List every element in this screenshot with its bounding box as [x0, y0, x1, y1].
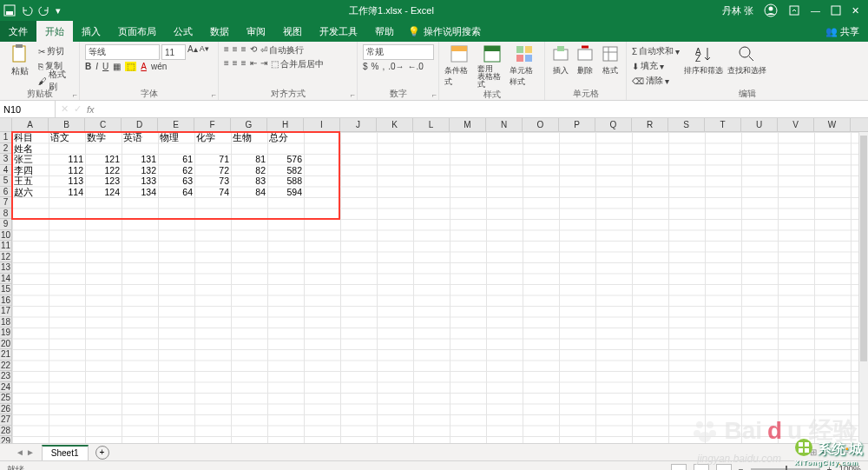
cell[interactable]: 83 [231, 175, 267, 187]
merge-button[interactable]: ⬚ 合并后居中 [271, 58, 325, 70]
sheet-tab[interactable]: Sheet1 [42, 445, 89, 460]
bold-button[interactable]: B [85, 62, 91, 71]
sheet-prev-icon[interactable]: ◄ [16, 447, 24, 457]
align-bottom-icon[interactable]: ≡ [241, 44, 247, 56]
cond-format-button[interactable]: 条件格式 [444, 44, 474, 88]
col-header[interactable]: S [668, 118, 705, 131]
clear-button[interactable]: ⌫清除 ▾ [632, 74, 680, 88]
tab-layout[interactable]: 页面布局 [109, 21, 165, 42]
vertical-scrollbar[interactable] [858, 132, 868, 443]
cell[interactable]: 语文 [49, 132, 85, 143]
fx-icon[interactable]: fx [87, 104, 95, 115]
col-header[interactable]: E [158, 118, 194, 131]
italic-button[interactable]: I [95, 62, 98, 71]
row-header[interactable]: 1 [0, 132, 11, 143]
name-box[interactable]: N10 [0, 101, 56, 117]
cell[interactable]: 133 [122, 175, 158, 187]
row-header[interactable]: 27 [0, 414, 11, 426]
row-header[interactable]: 25 [0, 393, 11, 404]
new-sheet-button[interactable]: + [95, 446, 109, 460]
align-center-icon[interactable]: ≡ [233, 58, 238, 70]
cell[interactable]: 73 [194, 175, 231, 187]
cell[interactable]: 134 [122, 187, 158, 198]
col-header[interactable]: P [559, 118, 595, 131]
cell[interactable]: 物理 [158, 132, 194, 143]
row-header[interactable]: 14 [0, 274, 11, 285]
col-header[interactable]: Q [595, 118, 632, 131]
cell[interactable]: 124 [85, 187, 122, 198]
fill-button[interactable]: ⬇填充 ▾ [632, 59, 680, 73]
tab-review[interactable]: 审阅 [238, 21, 274, 42]
row-header[interactable]: 9 [0, 219, 11, 230]
row-header[interactable]: 29 [0, 436, 11, 443]
tab-formulas[interactable]: 公式 [165, 21, 201, 42]
col-header[interactable]: O [523, 118, 559, 131]
col-header[interactable]: C [85, 118, 122, 131]
paste-button[interactable]: 粘贴 [5, 44, 35, 77]
indent-dec-icon[interactable]: ⇤ [250, 58, 257, 70]
cell[interactable]: 81 [231, 154, 267, 165]
tab-insert[interactable]: 插入 [73, 21, 109, 42]
launcher-icon[interactable]: ⌐ [351, 90, 355, 99]
close-icon[interactable]: ✕ [852, 5, 859, 17]
row-header[interactable]: 2 [0, 143, 11, 155]
row-headers[interactable]: 1234567891011121314151617181920212223242… [0, 132, 12, 443]
tab-help[interactable]: 帮助 [366, 21, 403, 42]
font-color-button[interactable]: A [141, 62, 147, 71]
border-button[interactable]: ▦ [113, 62, 121, 71]
cell[interactable]: 582 [267, 165, 304, 176]
cell[interactable]: 71 [194, 154, 231, 165]
cell[interactable]: 588 [267, 175, 304, 187]
row-header[interactable]: 6 [0, 187, 11, 198]
col-header[interactable]: K [377, 118, 413, 131]
inc-decimal-icon[interactable]: .0→ [388, 62, 404, 71]
format-painter-button[interactable]: 🖌格式刷 [38, 74, 74, 88]
phonetic-button[interactable]: wén [151, 62, 167, 71]
row-header[interactable]: 23 [0, 371, 11, 382]
col-header[interactable]: F [194, 118, 231, 131]
font-name-select[interactable]: 等线 [85, 44, 160, 60]
indent-inc-icon[interactable]: ⇥ [260, 58, 267, 70]
row-header[interactable]: 3 [0, 154, 11, 165]
row-header[interactable]: 21 [0, 349, 11, 361]
cell[interactable]: 576 [267, 154, 304, 165]
fill-color-button[interactable]: ⬚ [125, 62, 136, 71]
row-header[interactable]: 16 [0, 295, 11, 307]
col-header[interactable]: T [705, 118, 741, 131]
col-header[interactable]: V [778, 118, 814, 131]
currency-icon[interactable]: $ [363, 62, 368, 71]
row-header[interactable]: 8 [0, 209, 11, 220]
col-header[interactable]: B [49, 118, 85, 131]
align-right-icon[interactable]: ≡ [241, 58, 247, 70]
align-middle-icon[interactable]: ≡ [233, 44, 238, 56]
cell[interactable]: 数学 [85, 132, 122, 143]
cell[interactable]: 生物 [231, 132, 267, 143]
undo-icon[interactable] [21, 4, 33, 17]
cell[interactable]: 74 [194, 187, 231, 198]
launcher-icon[interactable]: ⌐ [73, 90, 77, 99]
cell[interactable]: 科目 [12, 132, 49, 143]
row-header[interactable]: 19 [0, 328, 11, 339]
delete-cells-button[interactable]: 删除 [575, 44, 595, 76]
col-header[interactable]: M [450, 118, 486, 131]
number-format-select[interactable]: 常规 [363, 44, 434, 60]
tell-me[interactable]: 💡 操作说明搜索 [408, 21, 481, 42]
share-button[interactable]: 👥 共享 [817, 21, 868, 42]
user-name[interactable]: 丹林 张 [722, 4, 753, 17]
row-header[interactable]: 26 [0, 404, 11, 415]
ribbon-options-icon[interactable] [788, 4, 800, 17]
row-header[interactable]: 7 [0, 197, 11, 209]
launcher-icon[interactable]: ⌐ [212, 90, 216, 99]
redo-icon[interactable] [38, 4, 50, 17]
cell[interactable]: 82 [231, 165, 267, 176]
align-top-icon[interactable]: ≡ [224, 44, 229, 56]
cells-area[interactable]: 科目姓名语文数学英语物理化学生物总分张三111121131617181576李四… [12, 132, 868, 443]
grid[interactable]: ABCDEFGHIJKLMNOPQRSTUVW 1234567891011121… [0, 118, 868, 443]
cell[interactable]: 李四 [12, 165, 49, 176]
minimize-icon[interactable]: ― [811, 5, 820, 16]
cell[interactable]: 132 [122, 165, 158, 176]
scrollbar-thumb[interactable] [860, 136, 867, 361]
increase-font-icon[interactable]: A▴ [187, 44, 198, 60]
insert-cells-button[interactable]: 插入 [550, 44, 571, 76]
save-icon[interactable] [3, 4, 16, 17]
